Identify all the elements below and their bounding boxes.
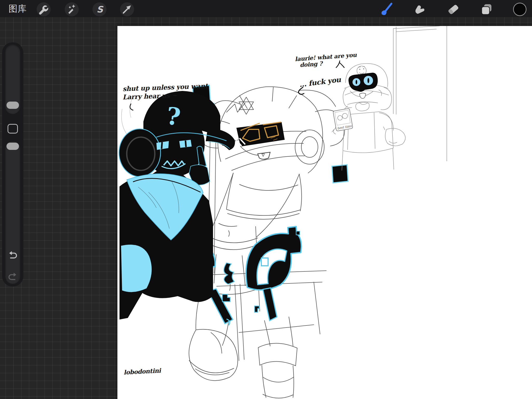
selection-button[interactable]: S <box>92 2 107 16</box>
color-circle-icon <box>513 2 527 16</box>
gallery-button[interactable]: 图库 <box>9 0 27 17</box>
paint-tool-button[interactable] <box>379 2 393 16</box>
brush-icon <box>379 2 393 16</box>
layers-button[interactable] <box>480 2 494 16</box>
open-mouth <box>360 93 366 98</box>
modify-button[interactable] <box>8 124 18 134</box>
undo-button[interactable] <box>7 249 18 261</box>
app-background: 图库 S <box>0 0 532 399</box>
doorway-sketch <box>393 26 447 161</box>
top-toolbar: 图库 S <box>0 0 532 17</box>
photo-card: best tims <box>333 108 353 131</box>
helmet-star <box>239 97 254 114</box>
redo-icon <box>7 271 18 282</box>
color-swatch-button[interactable] <box>513 2 527 16</box>
actions-button[interactable] <box>37 2 51 16</box>
svg-text:S: S <box>97 4 104 15</box>
opacity-slider-handle[interactable] <box>6 143 19 150</box>
erase-tool-button[interactable] <box>446 2 460 16</box>
opacity-slider[interactable] <box>5 141 20 284</box>
undo-icon <box>7 249 18 261</box>
side-tool-panel <box>2 42 23 287</box>
smudge-finger-icon <box>413 2 427 16</box>
drawing-canvas[interactable]: ? <box>117 26 532 399</box>
under-sketch-lines <box>122 96 134 136</box>
transform-button[interactable] <box>120 2 134 16</box>
redo-button[interactable] <box>7 271 18 282</box>
eraser-icon <box>446 2 460 16</box>
fist <box>385 128 405 146</box>
transform-arrow-icon <box>120 3 134 16</box>
wrench-icon <box>37 3 50 16</box>
left-character: ? <box>119 91 235 320</box>
right-character-sketch: best tims <box>332 63 405 170</box>
layers-icon <box>480 2 494 16</box>
selection-s-icon: S <box>93 3 106 16</box>
mouth <box>258 152 270 159</box>
smudge-tool-button[interactable] <box>413 2 427 16</box>
adjustments-button[interactable] <box>65 2 79 16</box>
glitch-tuft <box>224 263 234 284</box>
brush-size-slider-handle[interactable] <box>6 102 19 109</box>
magic-wand-icon <box>65 3 78 16</box>
